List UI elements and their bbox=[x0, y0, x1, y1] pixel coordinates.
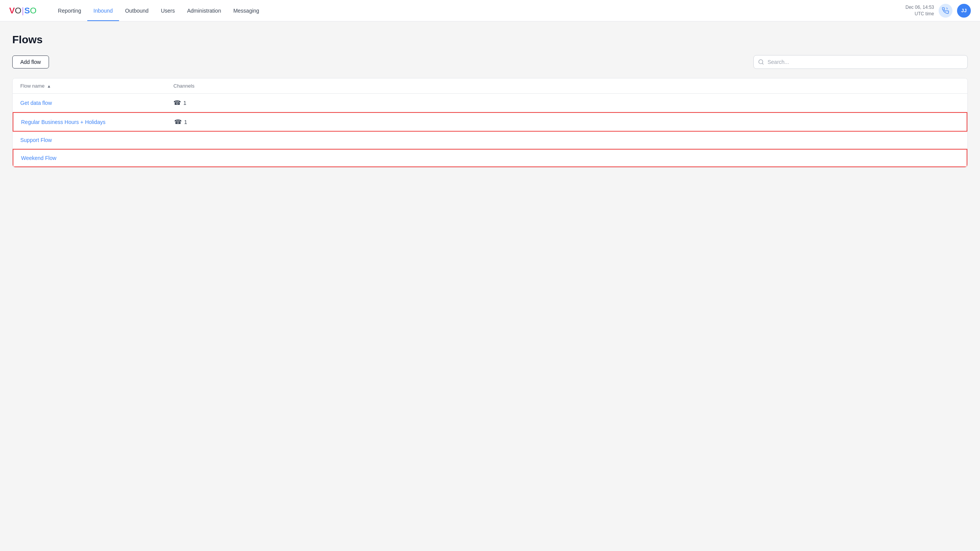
flow-name: Regular Business Hours + Holidays bbox=[21, 119, 174, 125]
table-row[interactable]: Support Flow bbox=[13, 132, 967, 149]
phone-button[interactable] bbox=[939, 4, 952, 18]
table-row[interactable]: Regular Business Hours + Holidays ☎ 1 bbox=[13, 112, 967, 132]
nav-right: Dec 06, 14:53 UTC time JJ bbox=[905, 4, 971, 18]
nav-links: Reporting Inbound Outbound Users Adminis… bbox=[52, 1, 905, 21]
table-row[interactable]: Get data flow ☎ 1 bbox=[13, 94, 967, 112]
nav-item-inbound[interactable]: Inbound bbox=[87, 1, 119, 21]
nav-item-reporting[interactable]: Reporting bbox=[52, 1, 87, 21]
toolbar: Add flow bbox=[12, 55, 968, 69]
logo-s: S bbox=[24, 6, 30, 16]
logo-v: V bbox=[9, 6, 15, 16]
add-flow-button[interactable]: Add flow bbox=[12, 55, 49, 68]
svg-line-1 bbox=[762, 63, 763, 64]
table-row[interactable]: Weekend Flow bbox=[13, 149, 967, 167]
logo-o1: O bbox=[15, 6, 21, 16]
flow-name: Support Flow bbox=[20, 137, 173, 143]
flow-name: Weekend Flow bbox=[21, 155, 174, 161]
flow-channels: ☎ 1 bbox=[174, 118, 187, 126]
search-icon bbox=[758, 59, 764, 65]
flow-name: Get data flow bbox=[20, 100, 173, 106]
navbar: V O | S O Reporting Inbound Outbound Use… bbox=[0, 0, 980, 21]
column-channels: Channels bbox=[173, 83, 194, 89]
phone-channel-icon: ☎ bbox=[173, 99, 181, 106]
main-content: Flows Add flow Flow name ▲ Channels Get … bbox=[0, 21, 980, 180]
logo-o2: O bbox=[30, 6, 36, 16]
phone-icon bbox=[942, 7, 949, 14]
search-input[interactable] bbox=[753, 55, 968, 69]
user-avatar[interactable]: JJ bbox=[957, 4, 971, 18]
nav-item-administration[interactable]: Administration bbox=[181, 1, 227, 21]
nav-item-outbound[interactable]: Outbound bbox=[119, 1, 155, 21]
sort-icon: ▲ bbox=[47, 84, 51, 88]
logo[interactable]: V O | S O bbox=[9, 6, 36, 16]
nav-item-users[interactable]: Users bbox=[155, 1, 181, 21]
search-container bbox=[753, 55, 968, 69]
nav-datetime: Dec 06, 14:53 UTC time bbox=[905, 4, 934, 17]
column-flow-name[interactable]: Flow name ▲ bbox=[20, 83, 173, 89]
logo-separator: | bbox=[22, 6, 24, 16]
flows-table: Flow name ▲ Channels Get data flow ☎ 1 R… bbox=[12, 78, 968, 168]
page-title: Flows bbox=[12, 34, 968, 46]
table-header: Flow name ▲ Channels bbox=[13, 78, 967, 94]
nav-item-messaging[interactable]: Messaging bbox=[227, 1, 265, 21]
flow-channels: ☎ 1 bbox=[173, 99, 186, 106]
phone-channel-icon: ☎ bbox=[174, 118, 182, 126]
